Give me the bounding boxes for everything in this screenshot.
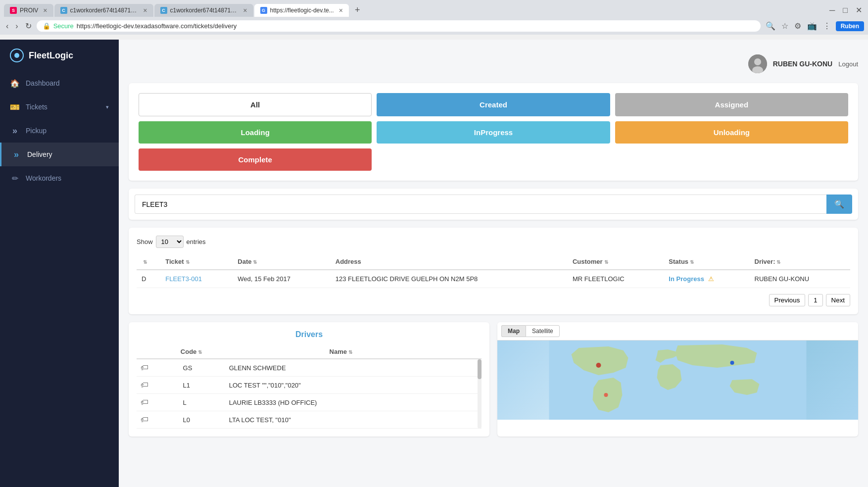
tab-3[interactable]: C c1workorder674t148718... × xyxy=(154,4,253,17)
search-section: 🔍 xyxy=(129,189,858,220)
dashboard-icon: 🏠 xyxy=(10,78,20,88)
satellite-button[interactable]: Satellite xyxy=(526,325,560,337)
pickup-arrow-icon: » xyxy=(10,126,20,136)
drivers-title: Drivers xyxy=(137,330,482,339)
driver-row-3: 🏷 L LAURIE LB3333 (HD OFFICE) xyxy=(137,394,482,411)
sort-customer-icon[interactable]: ⇅ xyxy=(604,259,608,265)
new-tab-button[interactable]: + xyxy=(350,3,365,17)
tab-1-favicon: S xyxy=(10,7,17,14)
tab-4-close[interactable]: × xyxy=(339,7,343,14)
map-canvas[interactable] xyxy=(497,341,858,420)
status-badge: In Progress xyxy=(669,275,704,283)
sidebar-item-label-tickets: Tickets xyxy=(26,103,48,111)
window-maximize[interactable]: □ xyxy=(841,4,850,17)
sidebar-item-dashboard[interactable]: 🏠 Dashboard xyxy=(0,71,119,95)
tab-3-favicon: C xyxy=(160,7,167,14)
map-section: Map Satellite xyxy=(497,322,858,437)
sort-status-icon[interactable]: ⇅ xyxy=(690,259,694,265)
sidebar-item-label-delivery: Delivery xyxy=(27,150,52,158)
entries-select[interactable]: 10 25 50 100 xyxy=(156,236,184,248)
drivers-col-name: Name⇅ xyxy=(326,345,482,359)
driver-name-1: GLENN SCHWEDE xyxy=(225,359,482,377)
sidebar-item-tickets[interactable]: 🎫 Tickets ▾ xyxy=(0,95,119,119)
table-row: D FLEET3-001 Wed, 15 Feb 2017 123 FLEETL… xyxy=(137,270,850,288)
sidebar-item-delivery[interactable]: » Delivery xyxy=(0,143,119,166)
filter-loading-button[interactable]: Loading xyxy=(139,121,372,144)
tab-3-close[interactable]: × xyxy=(243,7,247,14)
url-text: https://fleetlogic-dev.texadasoftware.co… xyxy=(77,22,755,30)
show-label: Show xyxy=(137,238,153,245)
extensions-btn[interactable]: ⚙ xyxy=(792,19,803,33)
cast-btn[interactable]: 📺 xyxy=(805,19,819,33)
address-bar[interactable]: 🔒 Secure https://fleetlogic-dev.texadaso… xyxy=(37,20,761,32)
sidebar: FleetLogic 🏠 Dashboard 🎫 Tickets ▾ » Pic… xyxy=(0,40,119,487)
driver-row-2: 🏷 L1 LOC TEST "","010","020" xyxy=(137,377,482,394)
scrollbar-thumb[interactable] xyxy=(478,359,482,379)
back-button[interactable]: ‹ xyxy=(4,20,10,33)
forward-button[interactable]: › xyxy=(13,20,20,33)
menu-btn[interactable]: ⋮ xyxy=(821,19,833,33)
map-button[interactable]: Map xyxy=(501,325,526,337)
sidebar-item-workorders[interactable]: ✏ Workorders xyxy=(0,166,119,190)
tab-2-favicon: C xyxy=(60,7,67,14)
sidebar-item-pickup[interactable]: » Pickup xyxy=(0,119,119,143)
secure-label: Secure xyxy=(53,22,74,30)
col-status: Status⇅ xyxy=(664,254,749,270)
tab-1[interactable]: S PROIV × xyxy=(4,4,53,17)
row-ticket: FLEET3-001 xyxy=(160,270,233,288)
table-controls: Show 10 25 50 100 entries xyxy=(137,236,850,248)
browser-user-badge: Ruben xyxy=(836,21,864,31)
driver-tag-2: 🏷 xyxy=(137,377,179,394)
sort-date-icon[interactable]: ⇅ xyxy=(253,259,257,265)
ticket-link[interactable]: FLEET3-001 xyxy=(165,275,202,283)
row-customer: MR FLEETLOGIC xyxy=(568,270,664,288)
tab-4[interactable]: G https://fleetlogic-dev.te... × xyxy=(254,4,349,17)
pagination: Previous 1 Next xyxy=(137,294,850,306)
driver-name-3: LAURIE LB3333 (HD OFFICE) xyxy=(225,394,482,411)
filter-complete-button[interactable]: Complete xyxy=(139,148,372,171)
refresh-button[interactable]: ↻ xyxy=(23,19,34,33)
tab-2[interactable]: C c1workorder674t148718... × xyxy=(54,4,153,17)
filter-created-button[interactable]: Created xyxy=(377,93,610,116)
bookmark-btn[interactable]: ☆ xyxy=(779,19,790,33)
sort-driver-icon[interactable]: ⇅ xyxy=(776,259,780,265)
entries-label: entries xyxy=(187,238,206,245)
pagination-current: 1 xyxy=(808,294,822,306)
filter-assigned-button[interactable]: Assigned xyxy=(615,93,848,116)
tag-icon-3: 🏷 xyxy=(141,398,148,406)
logo-icon xyxy=(10,49,24,62)
drivers-scroll[interactable]: 🏷 GS GLENN SCHWEDE 🏷 L1 LOC TEST "","010… xyxy=(137,359,482,429)
driver-code-3: L xyxy=(179,394,225,411)
search-button[interactable]: 🔍 xyxy=(826,195,852,214)
driver-code-4: L0 xyxy=(179,411,225,429)
sort-ticket-icon[interactable]: ⇅ xyxy=(186,259,190,265)
filter-all-button[interactable]: All xyxy=(139,93,372,116)
drivers-col-code: Code⇅ xyxy=(177,345,326,359)
logout-link[interactable]: Logout xyxy=(838,60,858,68)
col-address: Address xyxy=(331,254,568,270)
tickets-arrow: ▾ xyxy=(106,104,109,110)
window-minimize[interactable]: ─ xyxy=(827,4,837,17)
tab-2-close[interactable]: × xyxy=(143,7,147,14)
sidebar-logo: FleetLogic xyxy=(0,40,119,71)
driver-tag-4: 🏷 xyxy=(137,411,179,429)
col-ticket: Ticket⇅ xyxy=(160,254,233,270)
pagination-previous[interactable]: Previous xyxy=(769,294,806,306)
tag-icon-4: 🏷 xyxy=(141,415,148,424)
filter-section: All Created Assigned Loading InProgress … xyxy=(129,83,858,181)
sort-code-icon[interactable]: ⇅ xyxy=(198,349,202,355)
tab-1-close[interactable]: × xyxy=(43,7,47,14)
tab-2-title: c1workorder674t148718... xyxy=(70,7,139,14)
row-date: Wed, 15 Feb 2017 xyxy=(233,270,330,288)
search-input[interactable] xyxy=(135,195,826,214)
window-close[interactable]: ✕ xyxy=(854,3,864,17)
sort-type-icon[interactable]: ⇅ xyxy=(143,259,147,265)
filter-unloading-button[interactable]: Unloading xyxy=(615,121,848,144)
filter-inprogress-button[interactable]: InProgress xyxy=(377,121,610,144)
search-browser-btn[interactable]: 🔍 xyxy=(764,19,777,33)
sort-name-icon[interactable]: ⇅ xyxy=(348,349,352,355)
col-driver: Driver:⇅ xyxy=(750,254,850,270)
pagination-next[interactable]: Next xyxy=(826,294,850,306)
driver-code-2: L1 xyxy=(179,377,225,394)
tag-icon-1: 🏷 xyxy=(141,363,148,372)
